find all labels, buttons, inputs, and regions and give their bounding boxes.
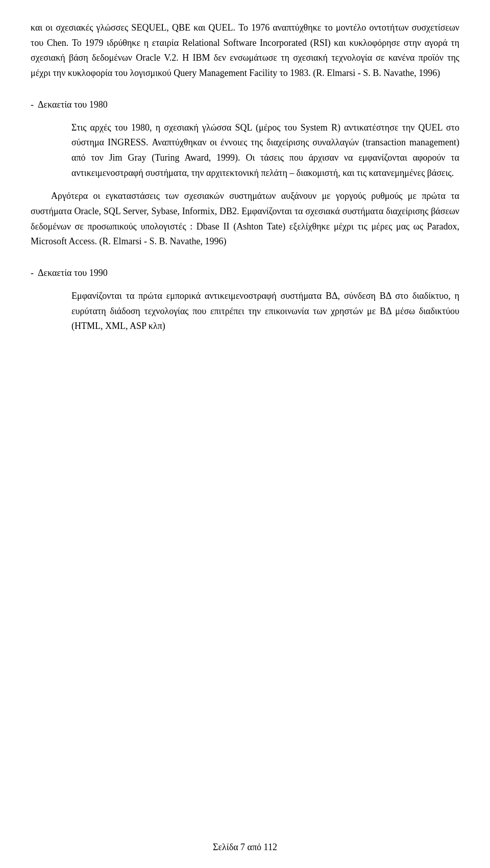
intro-paragraph: και οι σχεσιακές γλώσσες SEQUEL, QBE και… — [31, 20, 459, 81]
page-content: και οι σχεσιακές γλώσσες SEQUEL, QBE και… — [0, 0, 490, 383]
section-1980-paragraph: Στις αρχές του 1980, η σχεσιακή γλώσσα S… — [71, 120, 459, 181]
section-1980-heading: Δεκαετία του 1980 — [38, 97, 108, 112]
section-1990-content: Εμφανίζονται τα πρώτα εμπορικά αντικειμε… — [31, 289, 459, 334]
paragraph-2: Αργότερα οι εγκαταστάσεις των σχεσιακών … — [31, 189, 459, 249]
section-1990-paragraph: Εμφανίζονται τα πρώτα εμπορικά αντικειμε… — [71, 289, 459, 334]
section-1980-content: Στις αρχές του 1980, η σχεσιακή γλώσσα S… — [31, 120, 459, 181]
section-1990: - Δεκαετία του 1990 — [31, 266, 459, 280]
section-1990-heading: Δεκαετία του 1990 — [38, 266, 108, 280]
section-1980: - Δεκαετία του 1980 — [31, 97, 459, 112]
page-footer: Σελίδα 7 από 112 — [0, 842, 490, 853]
page-number: Σελίδα 7 από 112 — [213, 842, 277, 852]
section-1980-dash: - — [31, 97, 34, 112]
section-1990-dash: - — [31, 266, 34, 280]
